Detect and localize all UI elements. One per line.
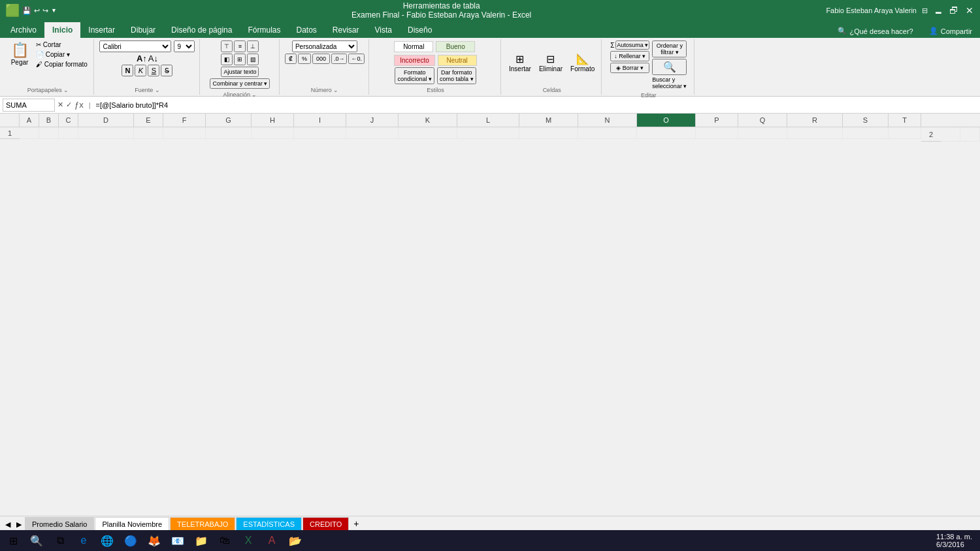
nav-prev-sheet[interactable]: ◀	[3, 519, 13, 530]
tab-formulas[interactable]: Fórmulas	[240, 22, 288, 38]
delete-cells-btn[interactable]: ⊟ Eliminar	[536, 52, 565, 74]
increase-font-btn[interactable]: A↑	[137, 54, 147, 63]
conditional-format-btn[interactable]: Formatocondicional ▾	[395, 67, 434, 84]
ie-icon[interactable]: 🌐	[97, 530, 118, 551]
align-bottom-btn[interactable]: ⊥	[247, 40, 259, 52]
align-right-btn[interactable]: ▧	[247, 54, 259, 65]
bold-button[interactable]: N	[122, 65, 133, 76]
fill-btn[interactable]: ↓ Rellenar ▾	[610, 51, 649, 61]
wrap-text-btn[interactable]: Ajustar texto	[221, 67, 259, 77]
window-layout-icon[interactable]: ⊟	[922, 7, 928, 15]
cell-c1[interactable]	[59, 127, 78, 139]
formula-cancel-icon[interactable]: ✕	[57, 101, 63, 109]
chrome-icon[interactable]: 🔵	[120, 530, 141, 551]
tab-datos[interactable]: Datos	[288, 22, 324, 38]
sheet-tab-promedio-salario[interactable]: Promedio Salario	[25, 517, 94, 530]
cell-b2[interactable]	[960, 127, 980, 142]
formula-insert-icon[interactable]: ƒx	[74, 100, 84, 110]
search-taskbar[interactable]: 🔍	[26, 530, 47, 551]
decrease-decimal-btn[interactable]: ←0.	[348, 54, 365, 64]
formula-confirm-icon[interactable]: ✓	[66, 101, 72, 109]
underline-button[interactable]: S	[148, 65, 159, 76]
cell-t1[interactable]	[889, 127, 921, 139]
cell-m1[interactable]	[519, 127, 578, 139]
font-selector[interactable]: Calibri	[99, 40, 171, 52]
tab-revisar[interactable]: Revisar	[325, 22, 367, 38]
cell-f1[interactable]	[163, 127, 206, 139]
align-center-btn[interactable]: ⊞	[234, 54, 246, 65]
cell-a1[interactable]	[20, 127, 39, 139]
cell-b1[interactable]	[39, 127, 59, 139]
sheet-tab-teletrabajo[interactable]: TELETRABAJO	[170, 517, 235, 530]
format-as-table-btn[interactable]: Dar formatocomo tabla ▾	[437, 67, 476, 84]
find-select-btn[interactable]: 🔍	[652, 59, 687, 75]
cell-n1[interactable]	[578, 127, 637, 139]
restore-btn[interactable]: 🗗	[949, 5, 959, 16]
cell-r1[interactable]	[787, 127, 843, 139]
cell-l1[interactable]	[457, 127, 519, 139]
sheet-tab-estadisticas[interactable]: ESTADÍSTICAS	[236, 517, 302, 530]
access-icon[interactable]: A	[261, 530, 282, 551]
save-icon[interactable]: 💾	[22, 7, 31, 15]
outlook-icon[interactable]: 📧	[167, 530, 188, 551]
align-left-btn[interactable]: ◧	[221, 54, 233, 65]
start-button[interactable]: ⊞	[3, 530, 24, 551]
font-size-selector[interactable]: 9	[174, 40, 195, 52]
align-top-btn[interactable]: ⊤	[221, 40, 233, 52]
files-icon[interactable]: 📂	[285, 530, 306, 551]
excel-taskbar-icon[interactable]: X	[238, 530, 259, 551]
tab-vista[interactable]: Vista	[367, 22, 400, 38]
edge-icon[interactable]: e	[73, 530, 94, 551]
sheet-tab-planilla-noviembre[interactable]: Planilla Noviembre	[95, 517, 169, 530]
firefox-icon[interactable]: 🦊	[144, 530, 165, 551]
copy-button[interactable]: 📄 Copiar ▾	[34, 50, 90, 59]
paste-button[interactable]: 📋 Pegar	[7, 40, 33, 67]
tab-diseno-pagina[interactable]: Diseño de página	[163, 22, 240, 38]
tab-diseno[interactable]: Diseño	[400, 22, 440, 38]
strikethrough-button[interactable]: S̶	[161, 65, 172, 76]
cell-d1[interactable]	[78, 127, 134, 139]
insert-cells-btn[interactable]: ⊞ Insertar	[506, 52, 534, 74]
add-sheet-btn[interactable]: +	[350, 517, 363, 530]
task-view[interactable]: ⧉	[50, 530, 71, 551]
cell-q1[interactable]	[738, 127, 787, 139]
sheet-tab-credito[interactable]: CREDITO	[302, 517, 349, 530]
style-neutral[interactable]: Neutral	[438, 55, 477, 66]
copy-format-button[interactable]: 🖌 Copiar formato	[34, 60, 90, 69]
cell-e1[interactable]	[134, 127, 163, 139]
cell-j1[interactable]	[346, 127, 399, 139]
undo-icon[interactable]: ↩	[34, 7, 40, 15]
autosum-btn[interactable]: Autosuma ▾	[615, 40, 649, 50]
cell-s1[interactable]	[843, 127, 889, 139]
merge-btn[interactable]: Combinar y centrar ▾	[210, 78, 270, 89]
cell-o1[interactable]	[637, 127, 696, 139]
tab-archivo[interactable]: Archivo	[3, 22, 44, 38]
cell-p1[interactable]	[696, 127, 738, 139]
format-cells-btn[interactable]: 📐 Formato	[568, 52, 597, 74]
cell-i1[interactable]	[294, 127, 346, 139]
sort-filter-btn[interactable]: Ordenar yfiltrar ▾	[652, 40, 687, 57]
nav-next-sheet[interactable]: ▶	[14, 519, 24, 530]
search-bar[interactable]: 🔍 ¿Qué desea hacer?	[830, 24, 921, 38]
name-box[interactable]	[3, 99, 55, 112]
tab-insertar[interactable]: Insertar	[80, 22, 123, 38]
decrease-font-btn[interactable]: A↓	[148, 54, 158, 63]
increase-decimal-btn[interactable]: .0→	[331, 54, 348, 64]
close-btn[interactable]: ✕	[964, 5, 975, 16]
cell-h1[interactable]	[252, 127, 294, 139]
align-middle-btn[interactable]: ≡	[234, 40, 246, 52]
number-format-selector[interactable]: Personalizada	[292, 40, 357, 52]
cell-k1[interactable]	[399, 127, 457, 139]
folder-icon[interactable]: 📁	[191, 530, 212, 551]
share-button[interactable]: 👤 Compartir	[921, 24, 980, 38]
style-normal[interactable]: Normal	[394, 41, 433, 52]
cell-g1[interactable]	[206, 127, 252, 139]
clear-btn[interactable]: ◈ Borrar ▾	[610, 63, 649, 73]
style-good[interactable]: Bueno	[436, 41, 475, 52]
store-icon[interactable]: 🛍	[214, 530, 235, 551]
redo-icon[interactable]: ↪	[42, 7, 48, 15]
italic-button[interactable]: K	[135, 65, 146, 76]
style-bad[interactable]: Incorrecto	[394, 55, 434, 66]
quick-access-icon[interactable]: ▼	[51, 7, 57, 14]
tab-inicio[interactable]: Inicio	[44, 22, 80, 38]
